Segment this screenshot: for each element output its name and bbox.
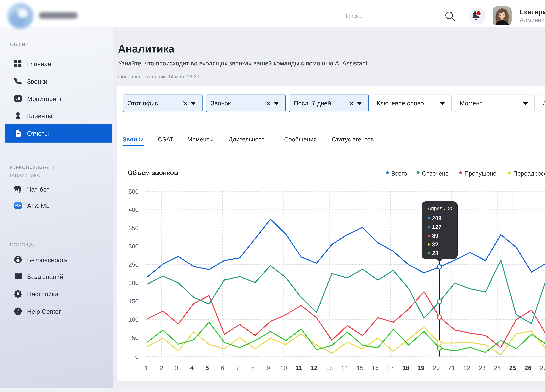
- svg-text:11: 11: [296, 364, 302, 371]
- svg-text:500: 500: [129, 188, 139, 195]
- svg-text:7: 7: [236, 364, 240, 371]
- svg-text:23: 23: [479, 364, 485, 371]
- svg-text:20: 20: [433, 364, 440, 371]
- svg-text:21: 21: [448, 364, 455, 371]
- svg-text:100: 100: [129, 316, 139, 323]
- svg-text:250: 250: [129, 261, 139, 268]
- svg-text:14: 14: [341, 364, 348, 371]
- svg-text:350: 350: [129, 224, 139, 231]
- svg-text:2: 2: [160, 364, 163, 371]
- svg-text:1: 1: [144, 364, 148, 371]
- svg-text:50: 50: [132, 334, 139, 341]
- svg-text:9: 9: [267, 364, 270, 371]
- svg-text:300: 300: [129, 243, 139, 250]
- svg-text:12: 12: [311, 364, 317, 371]
- svg-text:0: 0: [135, 353, 139, 360]
- svg-text:8: 8: [251, 364, 255, 371]
- svg-text:15: 15: [357, 364, 363, 371]
- svg-text:22: 22: [464, 364, 470, 371]
- svg-text:17: 17: [387, 364, 394, 371]
- svg-text:5: 5: [205, 364, 209, 371]
- svg-text:6: 6: [221, 364, 224, 371]
- svg-text:25: 25: [509, 364, 516, 371]
- svg-text:16: 16: [372, 364, 378, 371]
- svg-text:19: 19: [418, 364, 424, 371]
- svg-text:13: 13: [326, 364, 333, 371]
- svg-text:150: 150: [129, 298, 139, 305]
- svg-text:10: 10: [280, 364, 287, 371]
- svg-text:200: 200: [129, 279, 139, 286]
- svg-text:4: 4: [190, 364, 194, 371]
- svg-text:27: 27: [540, 364, 545, 371]
- svg-text:18: 18: [403, 364, 409, 371]
- svg-text:3: 3: [175, 364, 179, 371]
- svg-text:400: 400: [129, 206, 139, 213]
- svg-text:26: 26: [525, 364, 531, 371]
- svg-text:24: 24: [494, 364, 501, 371]
